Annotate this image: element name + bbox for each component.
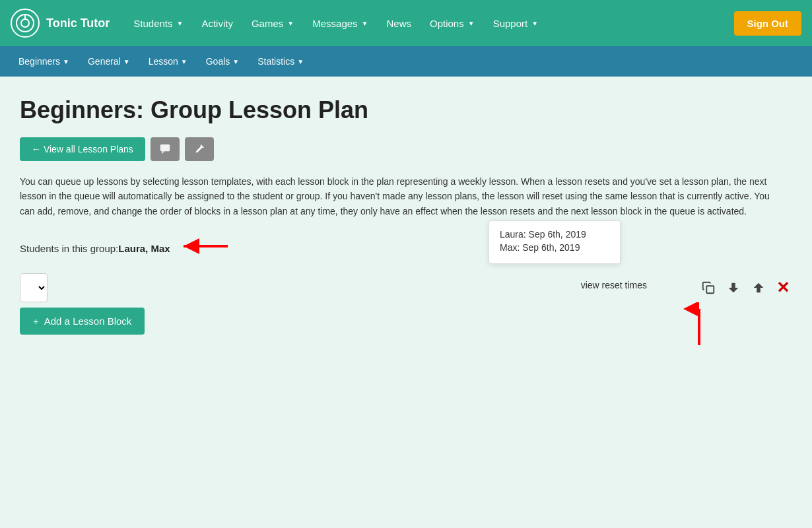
nav-news[interactable]: News — [379, 13, 420, 34]
edit-button[interactable] — [185, 137, 214, 161]
subnav-goals[interactable]: Goals ▼ — [198, 52, 247, 71]
chevron-down-icon: ▼ — [232, 58, 239, 65]
row-icons: ✕ — [698, 273, 792, 302]
move-down-button[interactable] — [724, 278, 743, 298]
move-up-button[interactable] — [749, 278, 768, 298]
sub-navigation: Beginners ▼ General ▼ Lesson ▼ Goals ▼ S… — [0, 46, 812, 77]
nav-items: Students ▼ Activity Games ▼ Messages ▼ N… — [125, 13, 733, 34]
chevron-down-icon: ▼ — [181, 58, 187, 65]
students-names: Laura, Max — [118, 243, 170, 254]
chevron-down-icon: ▼ — [287, 20, 294, 27]
copy-button[interactable] — [698, 278, 718, 298]
logo-icon — [11, 9, 40, 38]
nav-games[interactable]: Games ▼ — [244, 13, 302, 34]
nav-activity[interactable]: Activity — [193, 13, 241, 34]
action-buttons: ← View all Lesson Plans — [20, 137, 792, 161]
nav-messages[interactable]: Messages ▼ — [304, 13, 376, 34]
subnav-lesson[interactable]: Lesson ▼ — [141, 52, 195, 71]
top-navigation: Tonic Tutor Students ▼ Activity Games ▼ … — [0, 0, 812, 46]
plus-icon: + — [33, 315, 39, 327]
max-reset-time: Max: Sep 6th, 2019 — [500, 242, 609, 253]
nav-support[interactable]: Support ▼ — [485, 13, 546, 34]
page-title: Beginners: Group Lesson Plan — [20, 96, 792, 124]
lesson-select[interactable] — [20, 273, 48, 302]
red-arrow-left-icon — [178, 234, 231, 263]
description-text: You can queue up lessons by selecting le… — [20, 174, 779, 218]
chevron-down-icon: ▼ — [531, 20, 538, 27]
chevron-down-icon: ▼ — [468, 20, 475, 27]
comment-button[interactable] — [151, 137, 180, 161]
view-all-lesson-plans-button[interactable]: ← View all Lesson Plans — [20, 137, 145, 161]
red-arrow-up-annotation — [683, 302, 716, 348]
chevron-down-icon: ▼ — [177, 20, 184, 27]
subnav-general[interactable]: General ▼ — [80, 52, 138, 71]
nav-students[interactable]: Students ▼ — [125, 13, 191, 34]
main-content: Beginners: Group Lesson Plan ← View all … — [0, 77, 812, 528]
subnav-statistics[interactable]: Statistics ▼ — [250, 52, 312, 71]
svg-marker-4 — [162, 151, 164, 154]
logo-area: Tonic Tutor — [11, 9, 110, 38]
svg-rect-6 — [706, 286, 714, 293]
lesson-row: view reset times — [20, 273, 792, 302]
students-prefix: Students in this group: — [20, 243, 118, 254]
sign-out-button[interactable]: Sign Out — [734, 11, 802, 36]
reset-times-popup: Laura: Sep 6th, 2019 Max: Sep 6th, 2019 — [489, 220, 621, 264]
delete-button[interactable]: ✕ — [774, 276, 792, 300]
add-lesson-block-button[interactable]: + Add a Lesson Block — [20, 308, 145, 335]
chevron-down-icon: ▼ — [362, 20, 368, 27]
brand-name: Tonic Tutor — [46, 16, 110, 30]
subnav-beginners[interactable]: Beginners ▼ — [11, 52, 77, 71]
svg-rect-3 — [160, 145, 170, 151]
chevron-down-icon: ▼ — [297, 58, 304, 65]
chevron-down-icon: ▼ — [123, 58, 130, 65]
laura-reset-time: Laura: Sep 6th, 2019 — [500, 229, 609, 240]
students-line: Students in this group: Laura, Max — [20, 234, 792, 263]
nav-options[interactable]: Options ▼ — [422, 13, 483, 34]
svg-point-1 — [21, 19, 29, 27]
view-reset-times-link[interactable]: view reset times — [581, 280, 647, 290]
lesson-block-area: Laura: Sep 6th, 2019 Max: Sep 6th, 2019 … — [20, 273, 792, 302]
chevron-down-icon: ▼ — [63, 58, 69, 65]
